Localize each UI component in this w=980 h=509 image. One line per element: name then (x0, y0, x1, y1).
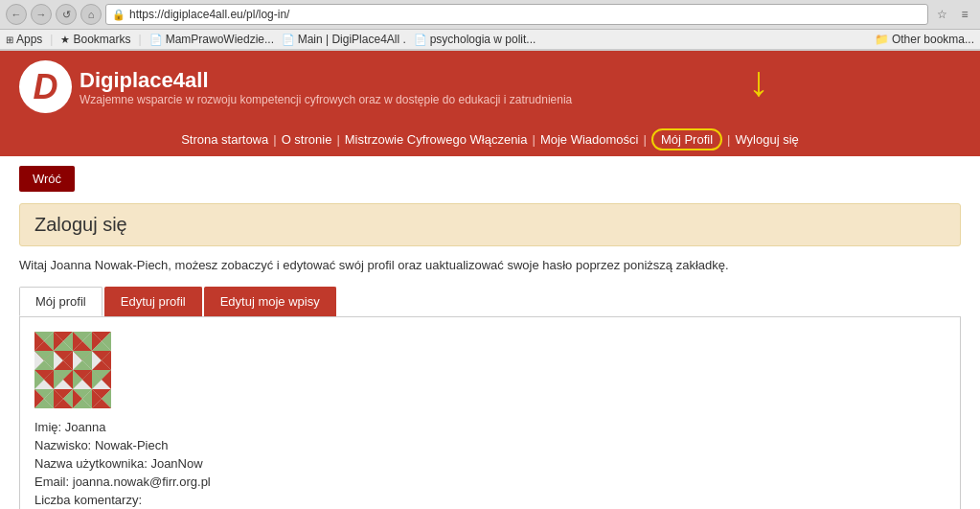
username-value: JoanNow (150, 456, 202, 471)
logo-area: D Digiplace4all Wzajemne wsparcie w rozw… (19, 60, 572, 113)
bookmarks-folder[interactable]: ★ Bookmarks (60, 33, 130, 46)
username-field: Nazwa użytkownika: JoanNow (34, 456, 946, 471)
email-field: Email: joanna.nowak@firr.org.pl (34, 474, 946, 489)
first-name-value: Joanna (65, 420, 106, 434)
bookmark-star-button[interactable]: ☆ (932, 5, 951, 24)
arrow-annotation: ↓ (748, 60, 769, 103)
address-bar[interactable]: 🔒 https://digiplace4all.eu/pl/log-in/ (105, 4, 928, 25)
main-content: Wróć Zaloguj się Witaj Joanna Nowak-Piec… (0, 156, 980, 509)
bookmark2-icon: 📄 (282, 34, 295, 46)
apps-item[interactable]: ⊞ Apps (6, 33, 42, 46)
page-title: Zaloguj się (34, 214, 127, 235)
nav-profile-highlight: Mój Profil (651, 128, 722, 150)
nav-logout[interactable]: Wyloguj się (735, 132, 798, 147)
browser-chrome: ← → ↺ ⌂ 🔒 https://digiplace4all.eu/pl/lo… (0, 0, 980, 51)
bookmark-2[interactable]: 📄 Main | DigiPlace4All ... (282, 33, 406, 46)
logo-d-letter: D (34, 70, 58, 104)
star-icon: ★ (60, 34, 70, 46)
back-button[interactable]: Wróć (19, 166, 75, 192)
welcome-text: Witaj Joanna Nowak-Piech, możesz zobaczy… (19, 258, 961, 272)
email-label: Email: (34, 474, 69, 489)
nav-masters[interactable]: Mistrzowie Cyfrowego Włączenia (345, 132, 528, 147)
reload-button[interactable]: ↺ (56, 4, 77, 25)
email-value: joanna.nowak@firr.org.pl (73, 474, 211, 489)
tabs: Mój profil Edytuj profil Edytuj moje wpi… (19, 287, 961, 317)
forward-button[interactable]: → (31, 4, 52, 25)
tab-edit-posts[interactable]: Edytuj moje wpisy (204, 287, 336, 316)
back-button[interactable]: ← (6, 4, 27, 25)
url-text: https://digiplace4all.eu/pl/log-in/ (129, 8, 289, 21)
first-name-label: Imię: (34, 420, 61, 434)
apps-grid-icon: ⊞ (6, 35, 13, 45)
browser-toolbar: ← → ↺ ⌂ 🔒 https://digiplace4all.eu/pl/lo… (0, 0, 980, 30)
avatar-image (34, 332, 111, 408)
apps-label: Apps (16, 33, 42, 46)
first-name-field: Imię: Joanna (34, 420, 946, 434)
folder-icon: 📁 (875, 33, 889, 46)
tab-edit-profile[interactable]: Edytuj profil (104, 287, 202, 316)
profile-box: Imię: Joanna Nazwisko: Nowak-Piech Nazwa… (19, 317, 961, 509)
header-nav: Strona startowa | O stronie | Mistrzowie… (19, 121, 961, 156)
last-name-field: Nazwisko: Nowak-Piech (34, 438, 946, 452)
header-top: D Digiplace4all Wzajemne wsparcie w rozw… (19, 60, 961, 121)
tab-my-profile[interactable]: Mój profil (19, 287, 103, 316)
logo-tagline: Wzajemne wsparcie w rozwoju kompetencji … (80, 93, 572, 106)
avatar (34, 332, 111, 408)
home-button[interactable]: ⌂ (80, 4, 102, 25)
bookmark3-icon: 📄 (414, 34, 427, 46)
nav-profile[interactable]: Mój Profil (661, 132, 713, 147)
logo-text: Digiplace4all Wzajemne wsparcie w rozwoj… (80, 68, 572, 106)
other-bookmarks[interactable]: 📁 Other bookma... (875, 33, 974, 46)
logo-name: Digiplace4all (80, 68, 572, 93)
site-header: D Digiplace4all Wzajemne wsparcie w rozw… (0, 51, 980, 156)
username-label: Nazwa użytkownika: (34, 456, 148, 471)
last-name-value: Nowak-Piech (95, 438, 169, 452)
logo-circle: D (19, 60, 72, 113)
nav-home[interactable]: Strona startowa (181, 132, 268, 147)
comments-label: Liczba komentarzy: (34, 493, 142, 507)
last-name-label: Nazwisko: (34, 438, 91, 452)
bookmark1-icon: 📄 (149, 34, 163, 46)
page-title-box: Zaloguj się (19, 203, 961, 246)
browser-menu-button[interactable]: ≡ (955, 5, 974, 24)
bookmark-3[interactable]: 📄 psychologia w polit... (414, 33, 536, 46)
nav-about[interactable]: O stronie (282, 132, 332, 147)
nav-messages[interactable]: Moje Wiadomości (540, 132, 639, 147)
page-content: D Digiplace4all Wzajemne wsparcie w rozw… (0, 51, 980, 509)
bookmarks-bar: ⊞ Apps | ★ Bookmarks | 📄 MamPrawoWiedzie… (0, 30, 980, 50)
comments-field: Liczba komentarzy: (34, 493, 946, 507)
lock-icon: 🔒 (112, 9, 125, 21)
bookmark-1[interactable]: 📄 MamPrawoWiedzie... (149, 33, 274, 46)
